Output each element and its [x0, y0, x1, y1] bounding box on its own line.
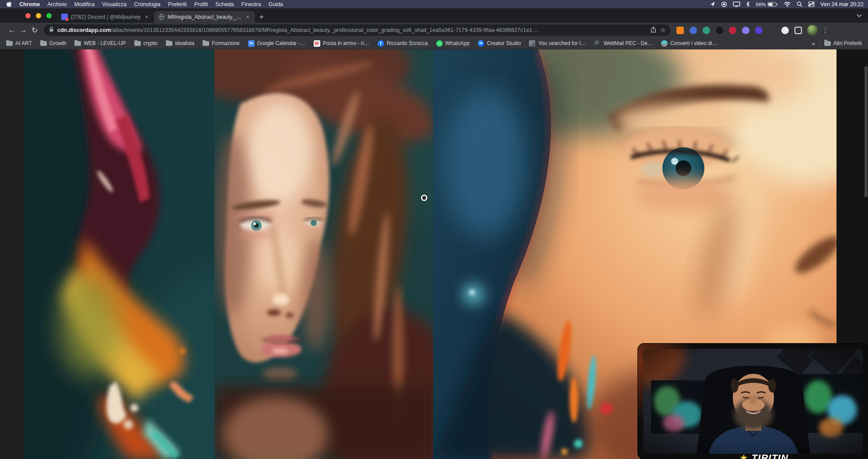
url-text: cdn.discordapp.com/attachments/101351233… [57, 27, 647, 33]
battery-icon [767, 2, 778, 7]
bluetooth-icon[interactable] [746, 1, 750, 7]
bookmark-idealista[interactable]: idealista [166, 40, 194, 46]
tab-active-1[interactable]: MRregista_Abstract_beauty._…× [154, 11, 255, 23]
bookmark-ai-art[interactable]: AI ART [6, 40, 32, 46]
macos-menu-bar: Chrome Archivio Modifica Visualizza Cron… [0, 0, 868, 8]
bookmark-label: idealista [175, 40, 194, 46]
bookmark-star-icon[interactable]: ☆ [660, 26, 666, 34]
battery-percent: 56% [756, 2, 766, 7]
tab-title: MRregista_Abstract_beauty._… [168, 14, 242, 20]
tab-close-icon[interactable]: × [245, 14, 251, 20]
scrollbar-thumb[interactable] [864, 66, 868, 197]
bookmark-label: WhatsApp [445, 40, 469, 46]
location-services-icon[interactable] [710, 1, 715, 7]
window-close-button[interactable] [25, 13, 31, 18]
gcal-favicon: 31 [248, 40, 255, 47]
tab-inactive-0[interactable]: (2762) Discord | @Midjourney× [57, 11, 154, 23]
wifi-icon[interactable] [784, 1, 791, 7]
webmail-favicon [594, 40, 601, 47]
grid-extension-icon[interactable] [768, 27, 776, 34]
back-button[interactable]: ← [6, 26, 18, 35]
page-cursor [421, 195, 427, 201]
red-key-extension-icon[interactable] [729, 27, 736, 34]
whatsapp-favicon [436, 40, 443, 47]
bookmark-you-searched-for-i[interactable]: You searched for I… [529, 40, 586, 47]
display-mirroring-icon[interactable] [733, 1, 740, 7]
bookmark-label: AI ART [15, 40, 32, 46]
menu-archivio[interactable]: Archivio [47, 1, 66, 7]
window-minimize-button[interactable] [36, 13, 41, 18]
window-zoom-button[interactable] [46, 13, 52, 18]
bookmark-google-calendar[interactable]: 31Google Calendar -… [248, 40, 305, 47]
bookmark-riccardo-scrocca[interactable]: fRiccardo Scrocca [378, 40, 428, 47]
share-icon[interactable] [651, 26, 656, 35]
menu-preferiti[interactable]: Preferiti [168, 1, 187, 7]
bookmark-growth[interactable]: Growth [40, 40, 66, 46]
menu-chrome[interactable]: Chrome [19, 1, 40, 7]
bookmarks-list: AI ARTGrowthWEB - LEVEL-UPcryptoidealist… [0, 40, 812, 47]
menu-visualizza[interactable]: Visualizza [102, 1, 126, 7]
artwork-portrait-panel [214, 49, 433, 459]
bookmark-label: Creator Studio [487, 40, 521, 46]
folder-icon [6, 41, 13, 46]
other-bookmarks-folder[interactable]: Altri Preferiti [824, 40, 862, 46]
folder-icon [134, 41, 141, 46]
bookmark-crypto[interactable]: crypto [134, 40, 158, 46]
address-bar[interactable]: cdn.discordapp.com/attachments/101351233… [44, 24, 670, 36]
folder-icon [166, 41, 172, 46]
chrome-menu-icon[interactable]: ⋮ [822, 26, 829, 34]
folder-icon [40, 41, 47, 46]
bookmark-label: You searched for I… [538, 40, 586, 46]
metamask-extension-icon[interactable] [676, 27, 684, 34]
bookmark-posta-in-arrivo-ri[interactable]: MPosta in arrivo - ri… [314, 40, 369, 47]
profile-avatar[interactable] [807, 25, 818, 35]
webcam-overlay [638, 344, 868, 459]
menu-guida[interactable]: Guida [269, 1, 283, 7]
purple-eye-extension-icon[interactable] [742, 27, 749, 34]
green-n-extension-icon[interactable] [703, 27, 710, 34]
screen-record-indicator-icon[interactable] [721, 1, 727, 7]
menu-scheda[interactable]: Scheda [215, 1, 234, 7]
spotlight-search-icon[interactable] [797, 1, 802, 7]
control-center-icon[interactable] [808, 1, 815, 7]
battery-status[interactable]: 56% [756, 2, 778, 7]
bookmark-label: WEB - LEVEL-UP [84, 40, 126, 46]
menu-cronologia[interactable]: Cronologia [134, 1, 160, 7]
chrome-tab-strip: (2762) Discord | @Midjourney×MRregista_A… [0, 8, 868, 23]
folder-icon [203, 41, 209, 46]
url-host: cdn.discordapp.com [57, 27, 111, 33]
lock-icon [49, 26, 54, 34]
bookmarks-overflow-chevron[interactable]: » [812, 40, 815, 47]
reload-button[interactable]: ↻ [29, 26, 40, 35]
tab-search-chevron-icon[interactable] [857, 12, 861, 17]
menu-profili[interactable]: Profili [194, 1, 208, 7]
menu-modifica[interactable]: Modifica [74, 1, 95, 7]
reading-list-icon[interactable] [794, 27, 802, 34]
facebook-favicon: f [378, 40, 384, 47]
bookmark-converti-i-video-di[interactable]: Converti i video di… [661, 40, 717, 47]
bookmarks-divider [819, 40, 820, 47]
new-tab-button[interactable]: + [255, 11, 268, 23]
purple-blob-extension-icon[interactable] [755, 27, 763, 34]
chrome-toolbar: ← → ↻ cdn.discordapp.com/attachments/101… [0, 23, 868, 38]
forward-button[interactable]: → [18, 26, 29, 35]
apple-logo-icon[interactable] [6, 1, 12, 7]
bookmark-webmail-pec-de[interactable]: WebMail PEC - De… [594, 40, 652, 47]
menu-finestra[interactable]: Finestra [242, 1, 261, 7]
tab-title: (2762) Discord | @Midjourney [71, 14, 140, 20]
menu-bar-clock[interactable]: Ven 24 mar 20:22 [820, 1, 864, 7]
bookmark-label: Formazione [212, 40, 239, 46]
bookmark-web-level-up[interactable]: WEB - LEVEL-UP [74, 40, 126, 46]
bookmark-creator-studio[interactable]: ∞Creator Studio [478, 40, 521, 47]
bookmark-formazione[interactable]: Formazione [203, 40, 239, 46]
bookmark-label: crypto [144, 40, 158, 46]
tab-close-icon[interactable]: × [144, 14, 150, 20]
bookmark-whatsapp[interactable]: WhatsApp [436, 40, 469, 47]
photo-favicon [529, 40, 536, 47]
folder-icon [824, 41, 831, 46]
bookmark-label: Growth [49, 40, 66, 46]
dark-circle-extension-icon[interactable] [716, 27, 723, 34]
puzzle-extensions-icon[interactable] [781, 27, 789, 34]
blue-extension-icon[interactable] [690, 27, 697, 34]
tabs-container: (2762) Discord | @Midjourney×MRregista_A… [57, 11, 268, 23]
